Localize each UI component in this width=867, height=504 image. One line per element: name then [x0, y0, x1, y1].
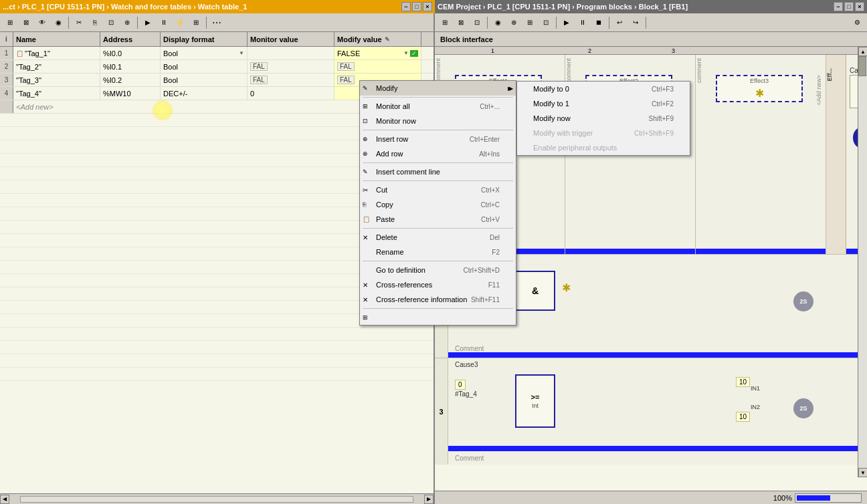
row3-monitor: FAL [248, 74, 334, 86]
zoom-slider[interactable] [795, 493, 862, 503]
lad-toolbar: ⊞ ⊠ ⊡ ◉ ⊕ ⊞ ⊡ ▶ ⏸ ⏹ ↩ ↪ ⚙ [435, 13, 867, 32]
ctx-expanded-mode[interactable]: ⊞ [360, 310, 516, 325]
in1-label: IN1 [751, 385, 760, 392]
ctx-monitor-now[interactable]: ⊡ Monitor now [360, 114, 516, 128]
toolbar-btn-9[interactable]: ⏸ [157, 15, 171, 30]
row1-modify[interactable]: FALSE ▼ ✓ [334, 47, 421, 59]
lad-btn-8[interactable]: ▶ [559, 15, 574, 30]
sub-modify-now-label: Modify now [533, 114, 571, 122]
right-scroll-up[interactable]: ▲ [858, 47, 867, 56]
right-scrollbar[interactable]: ▲ ▼ [858, 47, 867, 477]
sub-modify-0[interactable]: Modify to 0 Ctrl+F3 [517, 82, 690, 96]
ctx-delete-label: Delete [376, 233, 397, 241]
sub-enable-peripheral[interactable]: Enable peripheral outputs [517, 140, 690, 155]
ctx-cut[interactable]: ✂ Cut Ctrl+X [360, 182, 516, 197]
right-minimize-btn[interactable]: − [834, 2, 843, 11]
toolbar-btn-force[interactable]: ⚡ [173, 15, 187, 30]
lad-btn-10[interactable]: ⏹ [591, 15, 606, 30]
ctx-rename[interactable]: Rename F2 [360, 245, 516, 259]
toolbar-btn-2[interactable]: ⊠ [19, 15, 33, 30]
ctx-modify[interactable]: ✎ Modify ▶ Modify to 0 Ctrl+F3 Modify to… [360, 81, 516, 96]
comment-label-1: comment [435, 58, 442, 83]
eff-label-col: Eff... [826, 55, 846, 254]
table-row: 1 📋 "Tag_1" %I0.0 Bool ▼ FALSE ▼ ✓ [0, 47, 434, 60]
val-10a: 10 [736, 377, 750, 387]
ctx-paste-label: Paste [376, 215, 395, 223]
lad-btn-11[interactable]: ↩ [612, 15, 627, 30]
toolbar-btn-10[interactable]: ⊞ [189, 15, 203, 30]
col-2: 2 [588, 47, 591, 54]
col-header-format: Display format [161, 32, 248, 46]
row2-format: Bool [161, 60, 248, 73]
star-and: ✱ [562, 281, 571, 294]
sub-modify-1[interactable]: Modify to 1 Ctrl+F2 [517, 96, 690, 111]
toolbar-btn-7[interactable]: ⊕ [120, 15, 134, 30]
row-num-4: 4 [0, 87, 13, 100]
lad-sep-4 [646, 17, 646, 29]
toolbar-btn-5[interactable]: ⎘ [88, 15, 102, 30]
row2-modify[interactable]: FAL [334, 60, 421, 73]
effect3-block: Effect3 ✱ [716, 75, 803, 102]
right-restore-btn[interactable]: □ [844, 2, 854, 11]
effect3-icon-1: ✱ [755, 87, 764, 100]
ctx-cross-ref[interactable]: ✕ Cross-references F11 [360, 277, 516, 292]
row4-name: "Tag_4" [13, 87, 100, 100]
sub-modify-trigger[interactable]: Modify with trigger Ctrl+Shift+F9 [517, 126, 690, 140]
toolbar-btn-monitor[interactable]: 👁 [35, 15, 50, 30]
ctx-delete[interactable]: ✕ Delete Del [360, 230, 516, 245]
lad-btn-settings[interactable]: ⚙ [850, 15, 864, 30]
lad-btn-6[interactable]: ⊞ [522, 15, 537, 30]
block-columns-header: 1 2 3 [435, 47, 858, 55]
ctx-monitor-all[interactable]: ⊞ Monitor all Ctrl+... [360, 99, 516, 114]
row1-monitor [248, 47, 334, 59]
toolbar-btn-4[interactable]: ✂ [72, 15, 86, 30]
and-op: & [532, 285, 539, 296]
val-0-3: 0 [455, 380, 466, 390]
ctx-cross-ref-info[interactable]: ✕ Cross-reference information Shift+F11 [360, 292, 516, 307]
modify-submenu: Modify to 0 Ctrl+F3 Modify to 1 Ctrl+F2 … [516, 81, 690, 156]
left-restore-btn[interactable]: □ [412, 2, 421, 11]
lad-btn-9[interactable]: ⏸ [575, 15, 590, 30]
ctx-add-row[interactable]: ⊕ Add row Alt+Ins [360, 146, 516, 161]
right-close-btn[interactable]: × [855, 2, 864, 11]
lad-btn-3[interactable]: ⊡ [470, 15, 484, 30]
scroll-left-btn[interactable]: ◀ [0, 495, 9, 504]
ctx-monitor-all-shortcut: Ctrl+... [480, 103, 510, 110]
toolbar-btn-3[interactable]: ◉ [51, 15, 66, 30]
lad-btn-12[interactable]: ↪ [628, 15, 643, 30]
toolbar-btn-6[interactable]: ⊡ [104, 15, 118, 30]
scroll-track[interactable] [20, 496, 413, 503]
watch-table-panel: ⊞ ⊠ 👁 ◉ ✂ ⎘ ⊡ ⊕ ▶ ⏸ ⚡ ⊞ ⋯ i Name [0, 13, 435, 504]
ctx-insert-row[interactable]: ⊕ Insert row Ctrl+Enter [360, 132, 516, 146]
cross-ref-info-icon: ✕ [363, 296, 368, 303]
col-3: 3 [672, 47, 675, 54]
2s-circle-2: 2S [793, 291, 813, 311]
effect3-label: Effect3 [718, 78, 800, 84]
ctx-go-to-def[interactable]: Go to definition Ctrl+Shift+D [360, 263, 516, 277]
ctx-copy[interactable]: ⎘ Copy Ctrl+C [360, 197, 516, 212]
row-num-3: 3 [0, 74, 13, 86]
toolbar-btn-1[interactable]: ⊞ [3, 15, 17, 30]
right-scroll-down[interactable]: ▼ [858, 468, 867, 477]
and-block: & [515, 271, 555, 311]
lad-btn-1[interactable]: ⊞ [438, 15, 452, 30]
sub-modify-1-label: Modify to 1 [533, 100, 569, 108]
zoom-track [797, 495, 830, 501]
toolbar-btn-11[interactable]: ⋯ [209, 15, 224, 30]
lad-btn-5[interactable]: ⊕ [506, 15, 521, 30]
blue-bar-row2 [448, 352, 867, 358]
horizontal-scrollbar[interactable]: ◀ ▶ [0, 493, 434, 504]
lad-btn-7[interactable]: ⊡ [539, 15, 553, 30]
scroll-right-btn[interactable]: ▶ [424, 495, 434, 504]
ctx-modify-label: Modify [376, 84, 397, 92]
left-minimize-btn[interactable]: − [401, 2, 411, 11]
lad-btn-2[interactable]: ⊠ [454, 15, 468, 30]
insert-row-icon: ⊕ [363, 136, 368, 142]
lad-btn-4[interactable]: ◉ [490, 15, 505, 30]
sub-modify-now[interactable]: Modify now Shift+F9 [517, 111, 690, 126]
left-close-btn[interactable]: × [423, 2, 432, 11]
ctx-paste[interactable]: 📋 Paste Ctrl+V [360, 212, 516, 227]
ctx-insert-comment[interactable]: ✎ Insert comment line [360, 164, 516, 179]
ctx-cross-ref-shortcut: F11 [488, 281, 510, 289]
toolbar-btn-8[interactable]: ▶ [140, 15, 155, 30]
